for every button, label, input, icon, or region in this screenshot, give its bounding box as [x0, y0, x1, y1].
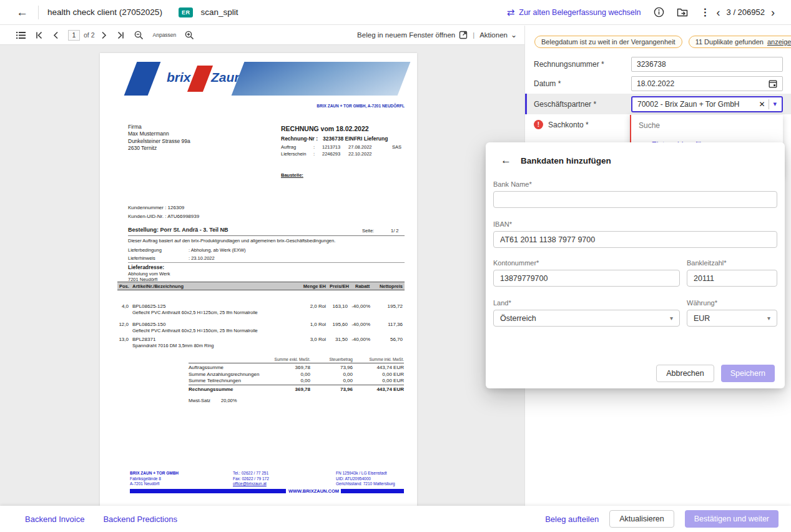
divider: [128, 235, 405, 236]
thumbnails-icon[interactable]: [16, 31, 26, 39]
business-partner-input[interactable]: [637, 100, 755, 109]
next-document-icon[interactable]: ›: [771, 7, 775, 18]
recipient-line: Max Mustermann: [128, 131, 190, 137]
last-page-icon[interactable]: [117, 31, 125, 39]
summary-total-value: 369,78: [256, 387, 310, 392]
country-label: Land*: [493, 299, 680, 307]
summary-row-label: Auftragssumme: [189, 365, 224, 370]
confirm-next-button[interactable]: Bestätigen und weiter: [685, 510, 779, 528]
currency-value: EUR: [694, 314, 710, 323]
item-discount: -40,00%: [348, 322, 370, 327]
colon: :: [313, 144, 322, 150]
item-description: Geflecht PVC Anthrazit 60x2,5 H=125cm, 2…: [132, 310, 258, 315]
invoice-number-row: Rechnungsnummer *: [525, 54, 791, 74]
warning-date-pill: Belegdatum ist zu weit in der Vergangenh…: [534, 36, 682, 48]
item-net: 117,36: [371, 322, 403, 327]
order-number: 1213713: [322, 144, 348, 150]
clear-icon[interactable]: ✕: [759, 100, 765, 109]
show-duplicates-link[interactable]: anzeigen: [767, 38, 791, 46]
fit-zoom-label[interactable]: Anpassen: [153, 32, 177, 38]
back-icon[interactable]: ←: [16, 6, 28, 19]
summary-col1-header: Summe exkl. MwSt.: [260, 357, 310, 362]
summary-col2-header: Steuerbetrag: [315, 357, 353, 362]
modal-title: Bankdaten hinzufügen: [521, 156, 611, 165]
business-partner-row: Geschäftspartner * ✕ ▾: [525, 94, 791, 114]
cancel-button[interactable]: Abbrechen: [656, 365, 714, 382]
invoice-footer-col3: FN 125943k / LG Eisenstadt UID: ATU20954…: [336, 471, 395, 487]
footer-line: FN 125943k / LG Eisenstadt: [336, 471, 395, 476]
page-label: Seite:: [362, 228, 374, 234]
add-bank-data-modal: ← Bankdaten hinzufügen Bank Name* IBAN* …: [486, 142, 785, 388]
invoice-number-input[interactable]: [637, 60, 777, 69]
footer-line: Gerichtsstand: 7210 Mattersburg: [336, 481, 395, 487]
iban-input[interactable]: [493, 231, 777, 248]
backend-predictions-link[interactable]: Backend Predictions: [103, 515, 177, 524]
prev-page-icon[interactable]: [52, 31, 59, 39]
date-field[interactable]: [631, 76, 783, 91]
logo-caption: BRIX ZAUN + TOR GMBH, A-7201 NEUDÖRFL: [253, 104, 405, 108]
open-in-new-window-button[interactable]: Beleg in neuem Fenster öffnen: [357, 31, 468, 39]
item-pos: 4,0: [117, 303, 129, 309]
iban-label: IBAN*: [493, 220, 777, 228]
backend-invoice-link[interactable]: Backend Invoice: [25, 515, 84, 524]
customer-number: Kundennummer : 126309: [128, 205, 184, 210]
save-button[interactable]: Speichern: [721, 365, 775, 382]
zoom-in-icon[interactable]: [185, 31, 194, 40]
summary-total-label: Rechnungssumme: [189, 387, 233, 392]
item-price: 195,60: [315, 322, 348, 327]
next-page-icon[interactable]: [101, 31, 107, 39]
toolbar-separator: |: [473, 31, 474, 39]
order-ref: SAS: [392, 144, 401, 150]
actions-menu-button[interactable]: Aktionen ⌄: [479, 31, 517, 39]
country-select[interactable]: Österreich ▾: [493, 310, 680, 327]
business-partner-field[interactable]: ✕ ▾: [631, 96, 783, 112]
external-link-icon: [459, 31, 468, 39]
site-label: Baustelle:: [281, 172, 303, 178]
info-icon[interactable]: [654, 7, 664, 17]
summary-row-label: Summe Anzahlungsrechnungen: [189, 372, 259, 377]
bottom-action-bar: Backend Invoice Backend Predictions Bele…: [0, 506, 791, 532]
terms-line: Dieser Auftrag basiert auf den brix-Prod…: [128, 238, 335, 244]
document-canvas[interactable]: brix Zaun ® BRIX ZAUN + TOR GMBH, A-7201…: [0, 46, 524, 506]
switch-to-old-capture-link[interactable]: ⇄ Zur alten Belegerfassung wechseln: [507, 7, 641, 17]
currency-select[interactable]: EUR ▾: [687, 310, 777, 327]
items-table-header: Pos. ArtikelNr./Bezeichnung Menge EH Pre…: [117, 282, 405, 290]
document-counter: 3 / 206952: [727, 7, 765, 17]
zoom-out-icon[interactable]: [134, 31, 144, 40]
select-caret-icon: ▾: [670, 315, 673, 322]
dropdown-search-placeholder[interactable]: Suche: [631, 115, 783, 132]
customer-uid: Kunden-UID-Nr. : ATU66998939: [128, 214, 199, 219]
delivery-hint-line: Lieferhinweis : 23.10.2022: [128, 255, 215, 261]
modal-back-icon[interactable]: ←: [501, 154, 511, 167]
split-document-link[interactable]: Beleg aufteilen: [545, 515, 599, 524]
invoice-page: brix Zaun ® BRIX ZAUN + TOR GMBH, A-7201…: [100, 53, 417, 506]
summary-total-value: 443,74 EUR: [346, 387, 404, 392]
document-viewer: 1 of 2 Anpassen Beleg in neuem Fenster ö…: [0, 26, 524, 506]
refresh-button[interactable]: Aktualisieren: [609, 510, 674, 528]
first-page-icon[interactable]: [35, 31, 43, 39]
logo-left-shape: [124, 62, 161, 96]
date-input[interactable]: [637, 79, 769, 88]
item-pos: 13,0: [117, 337, 129, 342]
col-pos: Pos.: [119, 283, 129, 289]
delivery-address-label: Lieferadresse:: [128, 264, 164, 270]
gl-account-label-text: Sachkonto *: [548, 121, 589, 129]
bank-name-input[interactable]: [493, 191, 777, 208]
bank-code-input[interactable]: [687, 270, 777, 287]
summary-row-label: Summe Teilrechnungen: [189, 378, 241, 383]
more-options-icon[interactable]: ⋮: [700, 6, 710, 18]
warning-date-text: Belegdatum ist zu weit in der Vergangenh…: [541, 38, 676, 46]
footer-website: WWW.BRIXZAUN.COM: [288, 488, 340, 494]
viewer-toolbar: 1 of 2 Anpassen Beleg in neuem Fenster ö…: [0, 26, 524, 45]
prev-document-icon[interactable]: ‹: [717, 7, 720, 18]
warning-duplicates-pill: 11 Duplikate gefunden anzeigen: [689, 36, 791, 48]
recipient-line: Dunkelsteiner Strasse 99a: [128, 138, 190, 145]
move-to-folder-icon[interactable]: [677, 7, 688, 17]
account-number-input[interactable]: [493, 270, 680, 287]
invoice-number-field[interactable]: [631, 57, 783, 72]
dropdown-caret-icon[interactable]: ▾: [773, 100, 777, 108]
page-number-input[interactable]: 1: [68, 30, 80, 41]
page-total-label: of 2: [84, 31, 95, 39]
recipient-line: 2630 Ternitz: [128, 145, 190, 152]
item-pos: 12,0: [117, 322, 129, 327]
